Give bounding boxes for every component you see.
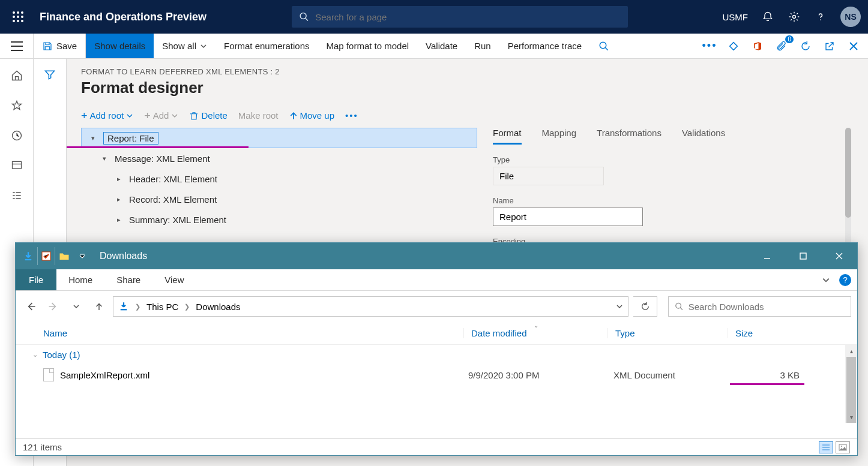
add-button[interactable]: + Add	[144, 110, 178, 121]
tree-node-label: Record: XML Element	[129, 194, 217, 205]
star-icon[interactable]	[10, 98, 24, 113]
run-button[interactable]: Run	[466, 34, 499, 58]
expand-icon[interactable]: ▸	[115, 216, 123, 224]
refresh-icon[interactable]	[798, 39, 813, 53]
company-indicator[interactable]: USMF	[723, 12, 749, 22]
nav-hamburger-icon[interactable]	[0, 34, 34, 58]
breadcrumb-sep-icon[interactable]: ❯	[182, 303, 192, 311]
collapse-icon[interactable]: ▾	[89, 134, 97, 142]
action-search-button[interactable]	[590, 34, 618, 58]
address-dropdown-icon[interactable]	[616, 303, 623, 310]
explorer-scrollbar[interactable]: ▴ ▾	[845, 345, 857, 423]
nav-forward-icon[interactable]	[44, 297, 62, 315]
help-icon[interactable]	[814, 10, 827, 23]
explorer-help-icon[interactable]: ?	[839, 274, 851, 286]
tree-node[interactable]: ▸ Header: XML Element	[81, 169, 477, 189]
ribbon-tab-home[interactable]: Home	[56, 269, 104, 290]
workspace-icon[interactable]	[10, 158, 24, 173]
name-input[interactable]	[493, 208, 643, 226]
chevron-down-icon[interactable]: ⌄	[32, 351, 38, 359]
file-row[interactable]: SampleXmlReport.xml 9/9/2020 3:00 PM XML…	[16, 365, 857, 385]
tree-node-root[interactable]: ▾ Report: File	[81, 128, 477, 148]
column-header-name[interactable]: Name	[43, 328, 463, 338]
format-enumerations-button[interactable]: Format enumerations	[215, 34, 318, 58]
explorer-titlebar[interactable]: Downloads	[16, 243, 857, 269]
tab-mapping[interactable]: Mapping	[542, 128, 577, 145]
user-avatar[interactable]: NS	[840, 7, 861, 27]
ribbon-tab-file[interactable]: File	[16, 269, 56, 290]
gear-icon[interactable]	[788, 10, 801, 23]
properties-icon[interactable]	[37, 247, 55, 265]
column-header-date[interactable]: ⌄ Date modified	[463, 328, 607, 338]
tree-node[interactable]: ▸ Record: XML Element	[81, 189, 477, 209]
column-header-size[interactable]: Size	[728, 328, 806, 338]
svg-point-23	[841, 446, 842, 447]
validate-button[interactable]: Validate	[417, 34, 466, 58]
office-icon[interactable]	[750, 39, 765, 53]
properties-scrollbar[interactable]	[845, 128, 851, 248]
tree-node[interactable]: ▾ Message: XML Element	[81, 148, 477, 169]
ribbon-tab-view[interactable]: View	[152, 269, 196, 290]
group-header[interactable]: ⌄ Today (1)	[16, 345, 857, 365]
expand-icon[interactable]: ▸	[115, 175, 123, 183]
map-format-button[interactable]: Map format to model	[318, 34, 418, 58]
performance-trace-button[interactable]: Performance trace	[499, 34, 590, 58]
item-count: 121 items	[23, 442, 62, 452]
close-icon[interactable]	[846, 39, 861, 53]
global-search[interactable]	[292, 6, 628, 28]
diamond-icon[interactable]	[726, 39, 741, 53]
thumbnails-view-icon[interactable]	[836, 441, 850, 453]
save-button[interactable]: Save	[34, 34, 86, 58]
home-icon[interactable]	[10, 68, 24, 83]
show-all-button[interactable]: Show all	[154, 34, 215, 58]
explorer-search[interactable]	[668, 296, 851, 317]
nav-history-icon[interactable]	[67, 297, 85, 315]
delete-button[interactable]: Delete	[189, 110, 227, 121]
ribbon-tab-share[interactable]: Share	[104, 269, 152, 290]
modules-icon[interactable]	[10, 188, 24, 203]
collapse-icon[interactable]: ▾	[100, 155, 109, 163]
nav-back-icon[interactable]	[22, 297, 40, 315]
toolbar-more-icon[interactable]: •••	[345, 110, 358, 121]
explorer-search-input[interactable]	[689, 302, 845, 312]
global-search-input[interactable]	[315, 12, 621, 22]
app-launcher-icon[interactable]	[7, 6, 29, 28]
popout-icon[interactable]	[822, 39, 837, 53]
recent-icon[interactable]	[10, 128, 24, 143]
maximize-button[interactable]	[785, 243, 821, 269]
tree-node[interactable]: ▸ Summary: XML Element	[81, 209, 477, 230]
scroll-down-icon[interactable]: ▾	[845, 411, 857, 423]
explorer-nav-bar: ❯ This PC ❯ Downloads	[16, 291, 857, 322]
ribbon-collapse-icon[interactable]	[815, 269, 837, 290]
breadcrumb-segment[interactable]: Downloads	[196, 302, 240, 312]
bell-icon[interactable]	[761, 10, 774, 23]
move-up-button[interactable]: Move up	[289, 110, 335, 121]
address-bar[interactable]: ❯ This PC ❯ Downloads	[113, 296, 628, 317]
details-view-icon[interactable]	[819, 441, 833, 453]
column-header-type[interactable]: Type	[607, 328, 728, 338]
show-details-button[interactable]: Show details	[86, 34, 154, 58]
close-button[interactable]	[821, 243, 857, 269]
file-size: 3 KB	[734, 370, 812, 380]
designer-toolbar: + Add root + Add Delete Make root Move u…	[81, 110, 868, 121]
expand-icon[interactable]: ▸	[115, 196, 123, 203]
nav-refresh-icon[interactable]	[633, 296, 657, 317]
arrow-up-icon	[289, 112, 298, 120]
qat-dropdown-icon[interactable]	[73, 247, 91, 265]
breadcrumb-sep-icon[interactable]: ❯	[133, 303, 143, 311]
attachments-icon[interactable]: 0	[774, 39, 789, 53]
folder-icon[interactable]	[55, 247, 73, 265]
make-root-button[interactable]: Make root	[238, 110, 279, 121]
scroll-up-icon[interactable]: ▴	[845, 345, 857, 357]
breadcrumb-segment[interactable]: This PC	[146, 302, 178, 312]
svg-point-2	[21, 11, 23, 14]
overflow-icon[interactable]: •••	[702, 39, 717, 53]
tab-validations[interactable]: Validations	[682, 128, 725, 145]
download-arrow-icon[interactable]	[19, 247, 37, 265]
nav-up-icon[interactable]	[90, 297, 108, 315]
add-root-button[interactable]: + Add root	[81, 110, 133, 121]
app-title: Finance and Operations Preview	[40, 11, 206, 23]
minimize-button[interactable]	[749, 243, 785, 269]
tab-format[interactable]: Format	[493, 128, 522, 145]
tab-transformations[interactable]: Transformations	[597, 128, 662, 145]
